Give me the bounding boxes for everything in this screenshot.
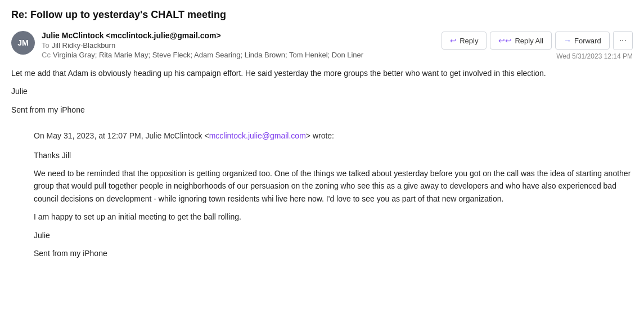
email-header: JM Julie McClintock <mcclintock.julie@gm… bbox=[11, 31, 633, 60]
body-line-3: Sent from my iPhone bbox=[11, 104, 633, 116]
avatar: JM bbox=[11, 31, 35, 55]
quoted-line-5: Sent from my iPhone bbox=[34, 247, 633, 260]
forward-label: Forward bbox=[574, 37, 601, 45]
quoted-email-link[interactable]: mcclintock.julie@gmail.com bbox=[209, 131, 306, 140]
email-subject: Re: Follow up to yesterday's CHALT meeti… bbox=[11, 9, 633, 23]
reply-button[interactable]: ↩ Reply bbox=[442, 32, 487, 50]
cc-label: Cc bbox=[42, 51, 51, 59]
email-container: Re: Follow up to yesterday's CHALT meeti… bbox=[0, 0, 644, 274]
quoted-email: On May 31, 2023, at 12:07 PM, Julie McCl… bbox=[34, 129, 633, 260]
reply-all-label: Reply All bbox=[515, 37, 543, 45]
sender-section: JM Julie McClintock <mcclintock.julie@gm… bbox=[11, 31, 363, 59]
quote-header-text: On May 31, 2023, at 12:07 PM, Julie McCl… bbox=[34, 131, 209, 140]
more-button[interactable]: ··· bbox=[613, 31, 633, 50]
reply-all-icon: ↩↩ bbox=[498, 36, 512, 45]
forward-button[interactable]: → Forward bbox=[555, 32, 610, 50]
reply-icon: ↩ bbox=[450, 36, 457, 45]
cc-value: Virginia Gray; Rita Marie May; Steve Fle… bbox=[53, 51, 363, 59]
header-right: ↩ Reply ↩↩ Reply All → Forward ··· Wed 5… bbox=[442, 31, 633, 60]
to-row: ToJill Ridky-Blackburn bbox=[42, 41, 363, 50]
to-label: To bbox=[42, 41, 49, 50]
quoted-line-2: We need to be reminded that the oppositi… bbox=[34, 167, 633, 205]
quote-header: On May 31, 2023, at 12:07 PM, Julie McCl… bbox=[34, 129, 633, 142]
email-body: Let me add that Adam is obviously headin… bbox=[11, 67, 633, 116]
forward-icon: → bbox=[564, 36, 571, 45]
quoted-line-1: Thanks Jill bbox=[34, 149, 633, 162]
sender-name: Julie McClintock <mcclintock.julie@gmail… bbox=[42, 31, 363, 40]
cc-row: CcVirginia Gray; Rita Marie May; Steve F… bbox=[42, 51, 363, 59]
reply-label: Reply bbox=[460, 37, 478, 45]
sender-email-display: <mcclintock.julie@gmail.com> bbox=[106, 31, 220, 40]
body-line-2: Julie bbox=[11, 85, 633, 97]
quoted-body: Thanks Jill We need to be reminded that … bbox=[34, 149, 633, 260]
to-value: Jill Ridky-Blackburn bbox=[52, 41, 115, 50]
quoted-line-3: I am happy to set up an initial meeting … bbox=[34, 211, 633, 223]
email-date: Wed 5/31/2023 12:14 PM bbox=[556, 52, 633, 60]
quote-header-end: > wrote: bbox=[306, 131, 334, 140]
quoted-line-4: Julie bbox=[34, 229, 633, 242]
sender-full-name: Julie McClintock bbox=[42, 31, 103, 40]
sender-info: Julie McClintock <mcclintock.julie@gmail… bbox=[42, 31, 363, 59]
action-bar: ↩ Reply ↩↩ Reply All → Forward ··· bbox=[442, 31, 633, 50]
body-line-1: Let me add that Adam is obviously headin… bbox=[11, 67, 633, 79]
reply-all-button[interactable]: ↩↩ Reply All bbox=[490, 32, 552, 50]
